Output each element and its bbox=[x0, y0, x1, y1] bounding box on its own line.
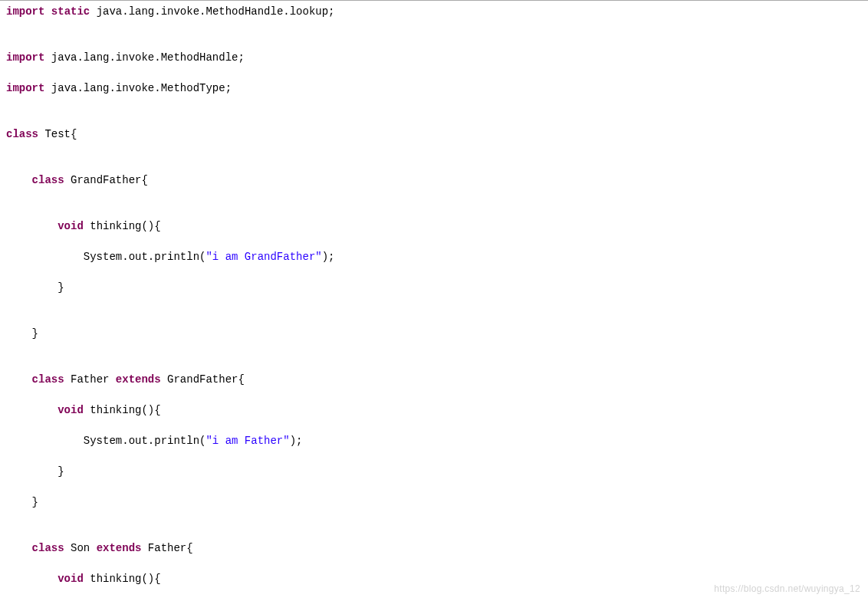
code-line[interactable]: class Test{ bbox=[3, 126, 868, 142]
code-token: GrandFather{ bbox=[64, 174, 148, 186]
code-token: } bbox=[6, 465, 64, 478]
code-token: java.lang.invoke.MethodType; bbox=[44, 82, 232, 94]
code-token: void bbox=[58, 573, 84, 585]
code-token: Test{ bbox=[38, 128, 77, 140]
code-token bbox=[6, 542, 32, 554]
code-token bbox=[6, 404, 58, 416]
code-line[interactable]: import java.lang.invoke.MethodType; bbox=[3, 80, 868, 96]
code-token: } bbox=[6, 496, 38, 508]
code-token bbox=[6, 373, 32, 386]
code-token: ); bbox=[322, 251, 335, 263]
code-token: System.out.println( bbox=[6, 435, 205, 447]
code-token: class bbox=[6, 128, 38, 140]
code-token: Father bbox=[64, 373, 116, 386]
code-editor[interactable]: import static java.lang.invoke.MethodHan… bbox=[0, 0, 868, 601]
code-token: thinking(){ bbox=[84, 220, 161, 232]
code-line[interactable]: void thinking(){ bbox=[3, 218, 868, 234]
code-line[interactable]: System.out.println("i am GrandFather"); bbox=[3, 249, 868, 264]
code-token bbox=[6, 220, 58, 232]
code-token: void bbox=[58, 404, 84, 416]
code-line[interactable]: class Father extends GrandFather{ bbox=[3, 372, 868, 387]
code-token: extends bbox=[97, 542, 142, 554]
code-line[interactable]: class Son extends Father{ bbox=[3, 540, 868, 556]
code-token: Father{ bbox=[141, 542, 192, 554]
code-token: import bbox=[6, 82, 44, 94]
code-token: thinking(){ bbox=[84, 573, 161, 585]
code-token: static bbox=[51, 5, 90, 18]
code-token bbox=[6, 573, 58, 585]
code-token: } bbox=[6, 281, 64, 294]
code-token: class bbox=[32, 373, 64, 386]
watermark: https://blog.csdn.net/wuyingya_12 bbox=[714, 581, 860, 596]
code-token: } bbox=[6, 327, 38, 340]
code-line[interactable]: } bbox=[3, 280, 868, 295]
code-token: ); bbox=[290, 435, 303, 447]
code-line[interactable]: } bbox=[3, 494, 868, 510]
code-token: void bbox=[58, 220, 84, 232]
code-token: java.lang.invoke.MethodHandle; bbox=[44, 51, 244, 64]
code-token bbox=[6, 174, 32, 186]
code-token: System.out.println( bbox=[6, 251, 205, 263]
code-line[interactable]: void thinking(){ bbox=[3, 402, 868, 418]
code-line[interactable]: } bbox=[3, 464, 868, 479]
code-token: thinking(){ bbox=[84, 404, 161, 416]
code-token: "i am GrandFather" bbox=[205, 251, 321, 263]
code-token: import bbox=[6, 51, 44, 64]
code-token bbox=[44, 5, 51, 18]
code-line[interactable]: System.out.println("i am Father"); bbox=[3, 433, 868, 448]
code-token: extends bbox=[116, 373, 161, 386]
code-token: import bbox=[6, 5, 44, 18]
code-token: class bbox=[32, 174, 64, 186]
code-token: GrandFather{ bbox=[161, 373, 245, 386]
code-token: class bbox=[32, 542, 64, 554]
code-line[interactable]: } bbox=[3, 326, 868, 341]
code-line[interactable]: class GrandFather{ bbox=[3, 172, 868, 188]
code-line[interactable]: import static java.lang.invoke.MethodHan… bbox=[3, 4, 868, 19]
code-line[interactable]: import java.lang.invoke.MethodHandle; bbox=[3, 50, 868, 65]
code-token: Son bbox=[64, 542, 97, 554]
code-token: "i am Father" bbox=[205, 435, 289, 447]
code-token: java.lang.invoke.MethodHandle.lookup; bbox=[90, 5, 334, 18]
